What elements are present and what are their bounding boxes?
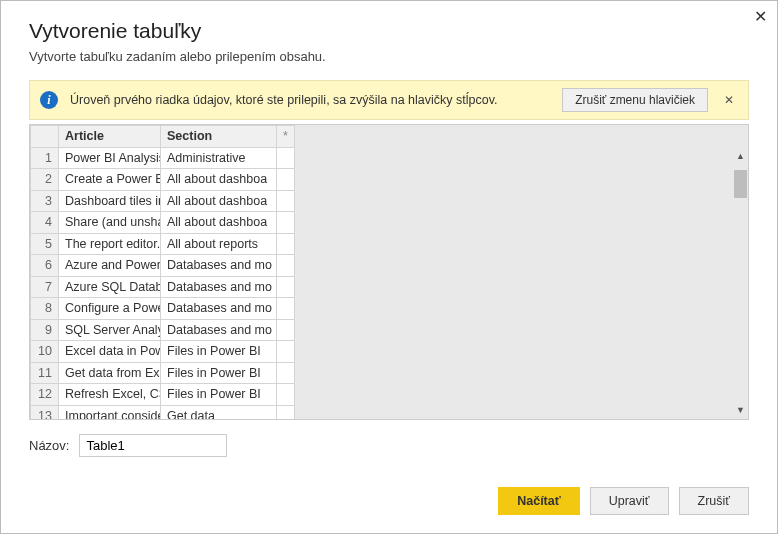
cell-empty [277, 319, 295, 341]
scroll-up-icon[interactable]: ▲ [733, 147, 748, 165]
dialog-footer: Načítať Upraviť Zrušiť [498, 487, 749, 515]
undo-headers-button[interactable]: Zrušiť zmenu hlavičiek [562, 88, 708, 112]
cell-article[interactable]: Excel data in Powe [59, 341, 161, 363]
name-row: Názov: [29, 434, 749, 457]
row-number: 6 [31, 255, 59, 277]
info-message: Úroveň prvého riadka údajov, ktoré ste p… [70, 93, 550, 107]
scroll-thumb[interactable] [734, 170, 747, 198]
table-row[interactable]: 5The report editor..All about reports [31, 233, 295, 255]
load-button[interactable]: Načítať [498, 487, 580, 515]
cell-section[interactable]: Databases and mo [161, 276, 277, 298]
edit-button[interactable]: Upraviť [590, 487, 669, 515]
cell-article[interactable]: Share (and unshar [59, 212, 161, 234]
cell-empty [277, 169, 295, 191]
cell-section[interactable]: Files in Power BI [161, 341, 277, 363]
cell-section[interactable]: Databases and mo [161, 255, 277, 277]
cell-section[interactable]: All about dashboa [161, 169, 277, 191]
table-row[interactable]: 11Get data from ExceFiles in Power BI [31, 362, 295, 384]
scrollbar[interactable]: ▲ ▼ [733, 125, 748, 419]
grid-empty-area: ▲ ▼ [295, 125, 748, 419]
table-row[interactable]: 3Dashboard tiles inAll about dashboa [31, 190, 295, 212]
add-column-icon[interactable]: * [277, 126, 295, 148]
cell-section[interactable]: Files in Power BI [161, 384, 277, 406]
row-number: 4 [31, 212, 59, 234]
cell-section[interactable]: All about dashboa [161, 212, 277, 234]
row-number: 9 [31, 319, 59, 341]
info-icon: i [40, 91, 58, 109]
table-row[interactable]: 4Share (and unsharAll about dashboa [31, 212, 295, 234]
cell-article[interactable]: Important conside [59, 405, 161, 420]
table-row[interactable]: 10Excel data in PoweFiles in Power BI [31, 341, 295, 363]
table-row[interactable]: 8Configure a PowerDatabases and mo [31, 298, 295, 320]
cell-section[interactable]: Administrative [161, 147, 277, 169]
cell-empty [277, 341, 295, 363]
cell-article[interactable]: Create a Power BI [59, 169, 161, 191]
row-number: 1 [31, 147, 59, 169]
row-number: 12 [31, 384, 59, 406]
table-row[interactable]: 13Important consideGet data [31, 405, 295, 420]
cell-empty [277, 405, 295, 420]
table-row[interactable]: 7Azure SQL DatabaDatabases and mo [31, 276, 295, 298]
name-label: Názov: [29, 438, 69, 453]
cell-empty [277, 298, 295, 320]
create-table-dialog: ✕ Vytvorenie tabuľky Vytvorte tabuľku za… [0, 0, 778, 534]
cell-article[interactable]: Power BI Analysis [59, 147, 161, 169]
table-row[interactable]: 12Refresh Excel, CSVFiles in Power BI [31, 384, 295, 406]
table-row[interactable]: 1Power BI AnalysisAdministrative [31, 147, 295, 169]
cell-empty [277, 147, 295, 169]
cell-empty [277, 384, 295, 406]
column-header-article[interactable]: Article [59, 126, 161, 148]
row-number: 10 [31, 341, 59, 363]
info-bar: i Úroveň prvého riadka údajov, ktoré ste… [29, 80, 749, 120]
row-number: 2 [31, 169, 59, 191]
cancel-button[interactable]: Zrušiť [679, 487, 749, 515]
row-number: 7 [31, 276, 59, 298]
cell-article[interactable]: Azure SQL Databa [59, 276, 161, 298]
row-number: 11 [31, 362, 59, 384]
cell-empty [277, 233, 295, 255]
cell-section[interactable]: Databases and mo [161, 298, 277, 320]
cell-article[interactable]: Azure and Power B [59, 255, 161, 277]
cell-section[interactable]: All about reports [161, 233, 277, 255]
row-number: 3 [31, 190, 59, 212]
dialog-title: Vytvorenie tabuľky [29, 19, 749, 43]
row-number: 13 [31, 405, 59, 420]
cell-section[interactable]: Files in Power BI [161, 362, 277, 384]
column-header-section[interactable]: Section [161, 126, 277, 148]
cell-section[interactable]: Databases and mo [161, 319, 277, 341]
table-row[interactable]: 2Create a Power BIAll about dashboa [31, 169, 295, 191]
cell-article[interactable]: Refresh Excel, CSV [59, 384, 161, 406]
cell-empty [277, 255, 295, 277]
cell-article[interactable]: The report editor.. [59, 233, 161, 255]
cell-article[interactable]: Get data from Exce [59, 362, 161, 384]
rownum-header [31, 126, 59, 148]
cell-empty [277, 190, 295, 212]
table-name-input[interactable] [79, 434, 227, 457]
scroll-down-icon[interactable]: ▼ [733, 401, 748, 419]
dialog-subtitle: Vytvorte tabuľku zadaním alebo prilepení… [29, 49, 749, 64]
info-close-icon[interactable]: ✕ [720, 93, 738, 107]
cell-article[interactable]: SQL Server Analys [59, 319, 161, 341]
cell-article[interactable]: Dashboard tiles in [59, 190, 161, 212]
cell-empty [277, 212, 295, 234]
cell-article[interactable]: Configure a Power [59, 298, 161, 320]
data-grid[interactable]: Article Section * 1Power BI AnalysisAdmi… [29, 124, 749, 420]
close-icon[interactable]: ✕ [754, 7, 767, 26]
row-number: 5 [31, 233, 59, 255]
table-row[interactable]: 9SQL Server AnalysDatabases and mo [31, 319, 295, 341]
row-number: 8 [31, 298, 59, 320]
cell-empty [277, 362, 295, 384]
cell-section[interactable]: Get data [161, 405, 277, 420]
cell-empty [277, 276, 295, 298]
table-row[interactable]: 6Azure and Power BDatabases and mo [31, 255, 295, 277]
cell-section[interactable]: All about dashboa [161, 190, 277, 212]
